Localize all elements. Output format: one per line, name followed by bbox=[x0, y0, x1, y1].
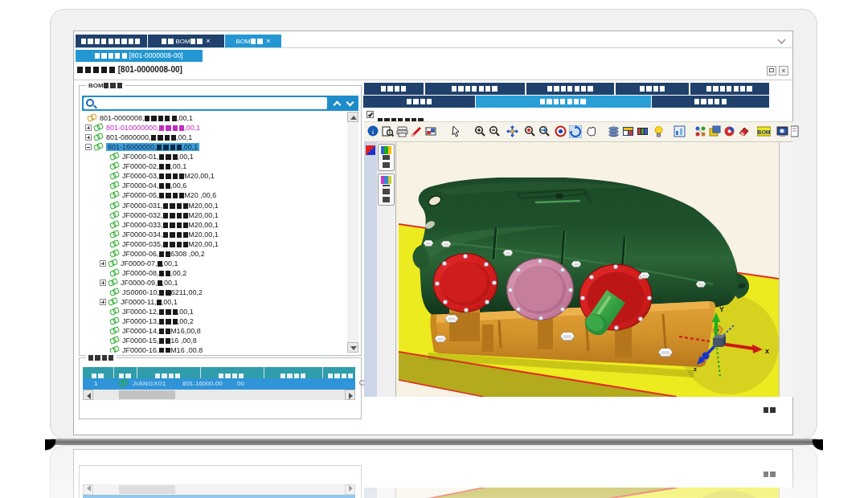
svg-text:z: z bbox=[694, 365, 697, 373]
svg-text:Y: Y bbox=[719, 305, 724, 313]
svg-text:x: x bbox=[765, 347, 769, 355]
svg-text:BOM: BOM bbox=[757, 129, 771, 135]
